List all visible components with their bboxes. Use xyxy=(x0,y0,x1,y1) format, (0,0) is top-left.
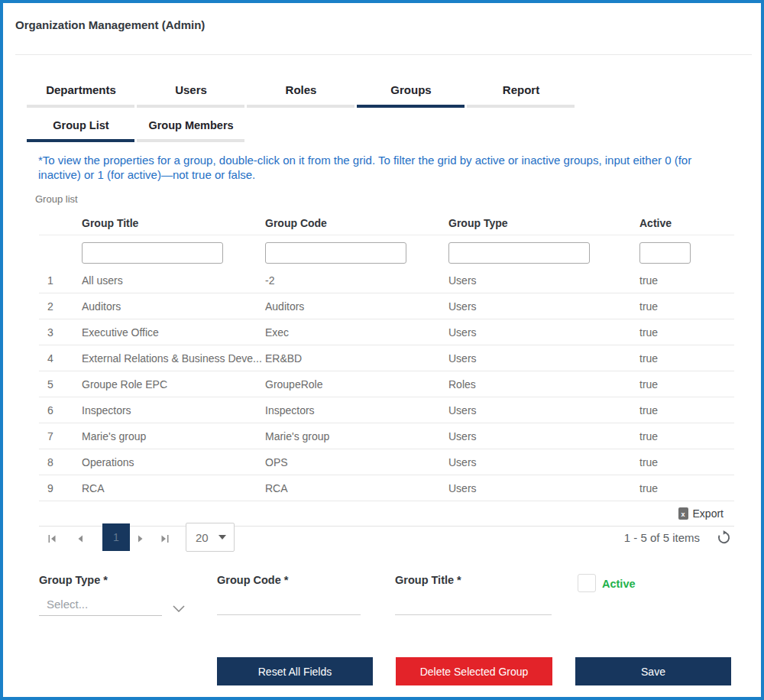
group-title-cell: Groupe Role EPC xyxy=(82,378,265,391)
table-row[interactable]: 9 RCA RCA Users true xyxy=(39,475,734,501)
group-type-cell: Users xyxy=(448,274,632,287)
active-cell: true xyxy=(632,456,734,468)
group-title-cell: External Relations & Business Deve... xyxy=(82,352,265,365)
group-type-cell: Users xyxy=(448,326,632,339)
row-number-cell: 3 xyxy=(39,326,82,339)
table-row[interactable]: 5 Groupe Role EPC GroupeRole Roles true xyxy=(39,371,734,397)
row-number-cell: 8 xyxy=(39,456,82,468)
row-number-cell: 4 xyxy=(39,352,82,365)
row-number-cell: 7 xyxy=(39,430,82,442)
table-row[interactable]: 7 Marie's group Marie's group Users true xyxy=(39,423,734,449)
row-number-cell: 1 xyxy=(39,274,82,287)
table-row[interactable]: 2 Auditors Auditors Users true xyxy=(39,293,734,319)
subtab-group-members[interactable]: Group Members xyxy=(136,116,246,142)
current-page-button[interactable]: 1 xyxy=(102,523,130,551)
page-title: Organization Management (Admin) xyxy=(15,18,205,31)
tab-groups[interactable]: Groups xyxy=(356,79,466,108)
grid-pager: 1 20 1 - 5 of 5 items xyxy=(39,519,734,556)
tab-underline xyxy=(27,105,134,108)
group-type-placeholder: Select... xyxy=(47,598,88,611)
row-number-cell: 9 xyxy=(39,482,82,494)
tab-users[interactable]: Users xyxy=(136,79,246,108)
tab-underline xyxy=(247,105,354,108)
active-tab-underline xyxy=(357,105,465,108)
grid-rows: 1 All users -2 Users true 2 Auditors Aud… xyxy=(39,267,734,501)
group-code-cell: RCA xyxy=(265,482,448,494)
group-code-field[interactable] xyxy=(217,593,361,615)
tab-report[interactable]: Report xyxy=(466,79,576,108)
group-code-cell: Inspectors xyxy=(265,404,448,416)
table-row[interactable]: 1 All users -2 Users true xyxy=(39,267,734,293)
table-row[interactable]: 4 External Relations & Business Deve... … xyxy=(39,345,734,371)
subtab-group-list[interactable]: Group List xyxy=(26,116,136,142)
group-code-cell: ER&BD xyxy=(265,352,448,365)
group-code-cell: -2 xyxy=(265,274,448,287)
grid-caption: Group list xyxy=(35,193,78,205)
column-header-group-title[interactable]: Group Title xyxy=(82,217,265,229)
group-type-cell: Users xyxy=(448,456,632,468)
tab-departments[interactable]: Departments xyxy=(26,79,136,108)
group-code-cell: Exec xyxy=(265,326,448,339)
export-label: Export xyxy=(693,507,724,520)
group-code-cell: Auditors xyxy=(265,300,448,313)
delete-selected-group-button[interactable]: Delete Selected Group xyxy=(396,657,552,685)
table-row[interactable]: 8 Operations OPS Users true xyxy=(39,449,734,475)
subtab-underline xyxy=(137,139,244,142)
filter-active-input[interactable] xyxy=(639,242,691,264)
group-code-cell: Marie's group xyxy=(265,430,448,442)
first-page-icon[interactable] xyxy=(47,533,57,542)
active-cell: true xyxy=(632,326,734,339)
group-type-cell: Users xyxy=(448,404,632,416)
last-page-icon[interactable] xyxy=(160,533,170,542)
group-title-field[interactable] xyxy=(395,593,552,615)
refresh-icon[interactable] xyxy=(717,530,731,545)
column-header-active[interactable]: Active xyxy=(632,217,734,229)
group-title-cell: Inspectors xyxy=(82,404,265,416)
group-title-cell: Operations xyxy=(82,456,265,468)
prev-page-icon[interactable] xyxy=(76,533,85,542)
column-header-group-code[interactable]: Group Code xyxy=(265,217,448,229)
group-list-grid: Group Title Group Code Group Type Active… xyxy=(39,211,734,527)
caret-down-icon xyxy=(219,535,226,540)
group-title-cell: RCA xyxy=(82,482,265,494)
active-cell: true xyxy=(632,404,734,416)
filter-group-title-input[interactable] xyxy=(82,242,223,264)
next-page-icon[interactable] xyxy=(136,533,145,542)
reset-all-fields-button[interactable]: Reset All Fields xyxy=(217,657,373,685)
tab-underline xyxy=(467,105,575,108)
active-cell: true xyxy=(632,430,734,442)
tab-underline xyxy=(137,105,244,108)
table-row[interactable]: 6 Inspectors Inspectors Users true xyxy=(39,397,734,423)
instructions-note: *To view the properties for a group, dou… xyxy=(38,153,735,182)
group-code-cell: GroupeRole xyxy=(265,378,448,391)
group-type-cell: Users xyxy=(448,482,632,494)
row-number-cell: 2 xyxy=(39,300,82,313)
active-cell: true xyxy=(632,300,734,313)
filter-group-code-input[interactable] xyxy=(265,242,406,264)
group-title-cell: Auditors xyxy=(82,300,265,313)
active-cell: true xyxy=(632,274,734,287)
active-cell: true xyxy=(632,482,734,494)
chevron-down-icon[interactable] xyxy=(173,601,185,615)
active-checkbox[interactable] xyxy=(578,574,596,592)
table-row[interactable]: 3 Executive Office Exec Users true xyxy=(39,319,734,345)
group-title-cell: Marie's group xyxy=(82,430,265,442)
group-type-cell: Users xyxy=(448,430,632,442)
main-tabs: Departments Users Roles Groups Report xyxy=(26,79,576,108)
group-type-label: Group Type * xyxy=(39,574,108,586)
tab-roles[interactable]: Roles xyxy=(246,79,356,108)
active-subtab-underline xyxy=(27,139,134,142)
grid-filter-row xyxy=(39,235,734,267)
page-size-value: 20 xyxy=(196,531,219,544)
group-code-cell: OPS xyxy=(265,456,448,468)
group-type-select[interactable]: Select... xyxy=(39,593,162,616)
filter-group-type-input[interactable] xyxy=(448,242,590,264)
page-size-dropdown[interactable]: 20 xyxy=(186,523,235,552)
grid-header-row: Group Title Group Code Group Type Active xyxy=(39,211,734,235)
column-header-group-type[interactable]: Group Type xyxy=(448,217,632,229)
group-subtabs: Group List Group Members xyxy=(26,116,246,142)
save-button[interactable]: Save xyxy=(575,657,731,685)
pager-items-text: 1 - 5 of 5 items xyxy=(624,531,700,544)
active-cell: true xyxy=(632,378,734,391)
group-title-label: Group Title * xyxy=(395,574,461,586)
